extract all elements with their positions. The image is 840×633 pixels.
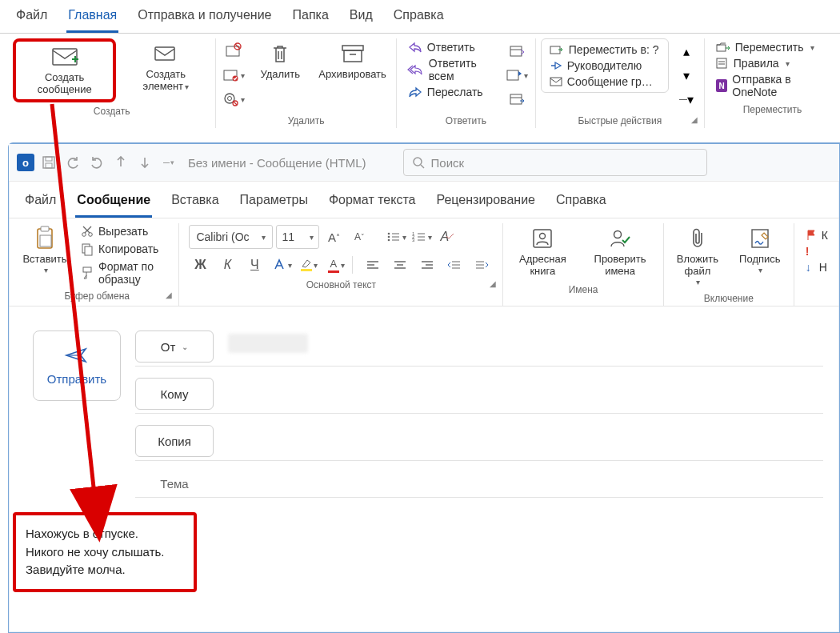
message-body-highlight[interactable]: Нахожусь в отпуске. Никого не хочу слыша…: [13, 512, 197, 592]
undo-icon[interactable]: [63, 153, 82, 172]
junk-icon[interactable]: ▾: [222, 88, 245, 110]
ctab-format[interactable]: Формат текста: [327, 190, 418, 218]
cleanup-icon[interactable]: ▾: [222, 64, 245, 86]
quick-expand-icon[interactable]: ▾: [675, 88, 698, 110]
align-right-icon[interactable]: [416, 254, 438, 276]
to-button[interactable]: Кому: [135, 378, 214, 410]
font-color-icon[interactable]: A▾: [325, 254, 347, 276]
ctab-message[interactable]: Сообщение: [75, 190, 152, 218]
font-name-select[interactable]: Calibri (Ос▾: [189, 225, 273, 249]
qat-customize-icon[interactable]: ▾: [159, 153, 178, 172]
from-value[interactable]: [228, 334, 823, 359]
outdent-icon[interactable]: [443, 254, 466, 276]
exclaim-icon: !: [806, 245, 810, 258]
number-list-icon[interactable]: 123▾: [410, 226, 433, 248]
attach-file-button[interactable]: Вложить файл▾: [669, 223, 726, 290]
svg-point-42: [388, 236, 390, 238]
signature-button[interactable]: Подпись▾: [731, 223, 789, 278]
next-icon[interactable]: [135, 153, 154, 172]
high-importance-button[interactable]: !: [802, 244, 831, 258]
archive-icon: [338, 42, 367, 66]
shrink-font-icon[interactable]: A˅: [348, 226, 370, 248]
prev-icon[interactable]: [111, 153, 130, 172]
new-item-button[interactable]: Создать элемент▾: [121, 38, 210, 96]
svg-point-40: [388, 233, 390, 235]
format-painter-button[interactable]: Формат по образцу: [78, 258, 170, 287]
clear-format-icon[interactable]: A: [436, 226, 458, 248]
archive-button[interactable]: Архивировать: [314, 38, 391, 84]
ignore-icon[interactable]: [222, 40, 245, 62]
copy-button[interactable]: Копировать: [78, 241, 170, 257]
compose-titlebar: o ▾ Без имени - Сообщение (HTML) Поиск: [9, 144, 839, 182]
ctab-file[interactable]: Файл: [23, 190, 58, 218]
new-message-button[interactable]: Создать сообщение: [13, 38, 116, 102]
from-button[interactable]: От⌄: [135, 331, 214, 363]
bold-button[interactable]: Ж: [189, 254, 211, 276]
cut-button[interactable]: Вырезать: [78, 223, 170, 239]
send-button[interactable]: Отправить: [33, 331, 121, 401]
ctab-options[interactable]: Параметры: [238, 190, 310, 218]
address-book-button[interactable]: Адресная книга: [508, 223, 577, 281]
reply-extra-icon[interactable]: [506, 88, 529, 110]
align-center-icon[interactable]: [389, 254, 411, 276]
rules-button[interactable]: Правила▾: [713, 56, 832, 70]
paste-button[interactable]: Вставить▾: [20, 223, 70, 278]
check-names-button[interactable]: Проверить имена: [582, 223, 658, 281]
clipboard-icon: [30, 226, 59, 250]
ctab-help[interactable]: Справка: [554, 190, 608, 218]
body-line-1: Нахожусь в отпуске.: [26, 525, 184, 543]
tab-view[interactable]: Вид: [348, 5, 374, 33]
highlight-icon[interactable]: ▾: [298, 254, 320, 276]
clipboard-dialog-launcher-icon[interactable]: ◢: [166, 290, 172, 299]
low-importance-button[interactable]: ↓ Н: [802, 260, 831, 274]
save-icon[interactable]: [39, 153, 58, 172]
tab-help[interactable]: Справка: [392, 5, 446, 33]
font-size-select[interactable]: 11▾: [276, 225, 319, 249]
group-clipboard: Вставить▾ Вырезать Копировать Формат по …: [15, 223, 179, 306]
check-names-icon: [606, 226, 634, 250]
italic-button[interactable]: К: [216, 254, 238, 276]
search-input[interactable]: Поиск: [403, 149, 707, 176]
grow-font-icon[interactable]: A˄: [322, 226, 345, 248]
onenote-button[interactable]: NОтправка в OneNote: [713, 72, 832, 99]
top-tabbar: Файл Главная Отправка и получение Папка …: [0, 0, 840, 34]
cc-button[interactable]: Копия: [135, 425, 214, 457]
quick-move-to[interactable]: Переместить в: ?: [546, 42, 663, 57]
svg-rect-11: [342, 46, 363, 50]
svg-rect-32: [40, 235, 51, 246]
compose-ribbon: Вставить▾ Вырезать Копировать Формат по …: [9, 218, 839, 306]
svg-point-28: [414, 158, 422, 166]
reply-all-button[interactable]: Ответить всем: [405, 56, 497, 83]
tab-home[interactable]: Главная: [66, 5, 118, 33]
ctab-review[interactable]: Рецензирование: [434, 190, 537, 218]
tab-sendreceive[interactable]: Отправка и получение: [136, 5, 273, 33]
quick-scroll-up-icon[interactable]: ▴: [675, 40, 698, 62]
underline-button[interactable]: Ч: [243, 254, 266, 276]
tab-file[interactable]: Файл: [14, 5, 49, 33]
address-book-icon: [528, 226, 557, 250]
align-left-icon[interactable]: [362, 254, 384, 276]
move-button[interactable]: Переместить▾: [713, 40, 832, 54]
svg-rect-39: [83, 267, 91, 272]
meeting-reply-icon[interactable]: [506, 40, 529, 62]
quick-manager[interactable]: Руководителю: [546, 58, 663, 73]
text-effects-icon[interactable]: ▾: [270, 254, 293, 276]
delete-button[interactable]: Удалить: [251, 38, 309, 84]
followup-button[interactable]: К: [802, 228, 831, 242]
reply-more-icon[interactable]: ▾: [506, 64, 529, 86]
forward-button[interactable]: Переслать: [405, 85, 497, 99]
indent-icon[interactable]: [470, 254, 493, 276]
quick-dialog-launcher-icon[interactable]: ◢: [691, 115, 698, 124]
quick-team-mail[interactable]: Сообщение гр…: [546, 74, 663, 89]
quick-scroll-down-icon[interactable]: ▾: [675, 64, 698, 86]
reply-button[interactable]: Ответить: [405, 40, 497, 54]
font-dialog-launcher-icon[interactable]: ◢: [490, 279, 496, 288]
tab-folder[interactable]: Папка: [291, 5, 330, 33]
ctab-insert[interactable]: Вставка: [170, 190, 220, 218]
to-value[interactable]: [228, 381, 823, 407]
redo-icon[interactable]: [87, 153, 106, 172]
bullet-list-icon[interactable]: ▾: [385, 226, 407, 248]
cc-value[interactable]: [228, 428, 823, 454]
svg-rect-14: [510, 46, 522, 56]
top-ribbon: Создать сообщение Создать элемент▾ Созда…: [0, 34, 840, 128]
